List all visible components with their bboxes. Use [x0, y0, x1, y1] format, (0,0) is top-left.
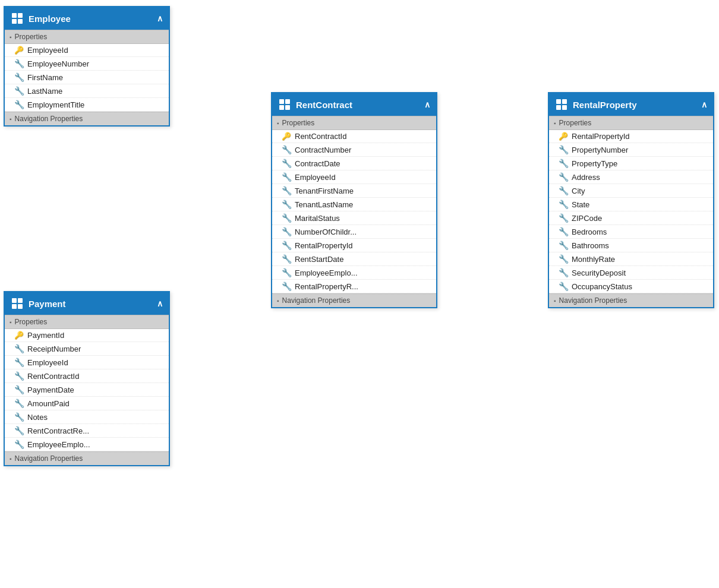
wrench-icon: 🔧	[559, 254, 568, 264]
property-name: State	[572, 200, 589, 209]
section-collapse-icon: ▪	[10, 116, 12, 122]
property-row: 🔧 Bedrooms	[549, 225, 713, 239]
property-row: 🔧 EmployeeId	[5, 356, 169, 369]
property-row: 🔧 EmployeeEmplo...	[5, 438, 169, 451]
entity-card-payment: Payment ∧ ▪Properties 🔑 PaymentId 🔧 Rece…	[4, 291, 170, 466]
wrench-icon: 🔧	[282, 213, 291, 223]
property-row: 🔧 RentStartDate	[272, 252, 436, 266]
properties-section-header: ▪Properties	[549, 116, 713, 130]
property-name: RentContractId	[295, 132, 346, 141]
wrench-icon: 🔧	[282, 145, 291, 154]
entity-card-rentcontract: RentContract ∧ ▪Properties 🔑 RentContrac…	[271, 92, 437, 308]
property-row: 🔧 EmployeeNumber	[5, 57, 169, 71]
property-name: MonthlyRate	[572, 255, 615, 264]
wrench-icon: 🔧	[282, 186, 291, 195]
property-row: 🔑 EmployeeId	[5, 44, 169, 57]
entity-table-icon	[278, 98, 291, 111]
property-row: 🔧 EmployeeId	[272, 170, 436, 184]
property-name: RentalPropertyId	[295, 241, 353, 250]
property-row: 🔧 State	[549, 198, 713, 211]
property-row: 🔧 RentalPropertyR...	[272, 280, 436, 293]
section-collapse-icon: ▪	[10, 34, 12, 40]
section-collapse-icon: ▪	[554, 120, 556, 127]
svg-rect-3	[18, 19, 23, 24]
svg-rect-7	[18, 304, 23, 309]
property-name: Bedrooms	[572, 227, 607, 236]
property-row: 🔧 Notes	[5, 410, 169, 424]
property-name: PropertyNumber	[572, 146, 628, 154]
wrench-icon: 🔧	[14, 344, 24, 353]
property-name: EmployeeNumber	[27, 59, 89, 68]
property-name: SecurityDeposit	[572, 268, 626, 277]
property-row: 🔧 ReceiptNumber	[5, 342, 169, 356]
svg-rect-2	[12, 19, 17, 24]
entity-header-payment[interactable]: Payment ∧	[5, 292, 169, 315]
property-name: MaritalStatus	[295, 214, 340, 223]
property-name: OccupancyStatus	[572, 282, 632, 291]
navigation-properties-footer: ▪Navigation Properties	[5, 112, 169, 125]
wrench-icon: 🔧	[282, 172, 291, 182]
entity-title: RentalProperty	[573, 100, 637, 110]
property-row: 🔧 EmploymentTitle	[5, 98, 169, 112]
property-row: 🔧 EmployeeEmplo...	[272, 266, 436, 280]
svg-rect-1	[18, 13, 23, 18]
property-name: EmployeeId	[27, 46, 68, 55]
chevron-up-icon[interactable]: ∧	[157, 299, 163, 308]
wrench-icon: 🔧	[559, 186, 568, 195]
property-row: 🔧 ZIPCode	[549, 211, 713, 225]
property-name: RentStartDate	[295, 255, 343, 264]
property-row: 🔧 RentalPropertyId	[272, 239, 436, 252]
wrench-icon: 🔧	[282, 200, 291, 209]
svg-rect-6	[12, 304, 17, 309]
property-row: 🔑 RentContractId	[272, 130, 436, 143]
property-row: 🔑 PaymentId	[5, 329, 169, 342]
property-name: RentalPropertyR...	[295, 282, 358, 291]
property-name: City	[572, 186, 585, 195]
svg-rect-9	[285, 99, 290, 104]
wrench-icon: 🔧	[282, 241, 291, 250]
property-name: EmployeeId	[295, 173, 336, 182]
entity-title: RentContract	[296, 100, 352, 110]
property-row: 🔧 ContractDate	[272, 157, 436, 170]
key-wrench-icon: 🔑	[559, 132, 568, 141]
wrench-icon: 🔧	[14, 385, 24, 394]
chevron-up-icon[interactable]: ∧	[157, 14, 163, 23]
wrench-icon: 🔧	[559, 159, 568, 168]
wrench-icon: 🔧	[559, 172, 568, 182]
property-name: TenantFirstName	[295, 186, 354, 195]
entity-header-rentalproperty[interactable]: RentalProperty ∧	[549, 93, 713, 116]
property-name: RentContractId	[27, 372, 79, 381]
property-name: LastName	[27, 87, 62, 96]
property-row: 🔧 MonthlyRate	[549, 252, 713, 266]
svg-rect-0	[12, 13, 17, 18]
property-row: 🔧 ContractNumber	[272, 143, 436, 157]
property-row: 🔧 City	[549, 184, 713, 198]
entity-header-rentcontract[interactable]: RentContract ∧	[272, 93, 436, 116]
key-wrench-icon: 🔑	[14, 46, 24, 55]
entity-table-icon	[11, 297, 24, 310]
wrench-icon: 🔧	[282, 282, 291, 291]
property-row: 🔧 TenantLastName	[272, 198, 436, 211]
wrench-icon: 🔧	[14, 426, 24, 435]
chevron-up-icon[interactable]: ∧	[424, 100, 430, 109]
property-row: 🔧 LastName	[5, 84, 169, 98]
nav-properties-label: Navigation Properties	[15, 115, 83, 123]
wrench-icon: 🔧	[14, 59, 24, 68]
property-name: ContractNumber	[295, 146, 351, 154]
chevron-up-icon[interactable]: ∧	[701, 100, 707, 109]
svg-rect-5	[18, 298, 23, 303]
svg-rect-4	[12, 298, 17, 303]
property-name: ZIPCode	[572, 214, 602, 223]
wrench-icon: 🔧	[559, 282, 568, 291]
entity-title: Employee	[29, 14, 71, 24]
property-row: 🔧 RentContractRe...	[5, 424, 169, 438]
wrench-icon: 🔧	[14, 371, 24, 381]
property-name: Bathrooms	[572, 241, 609, 250]
diagram-canvas: Employee ∧ ▪Properties 🔑 EmployeeId 🔧 Em…	[0, 0, 719, 588]
key-wrench-icon: 🔑	[14, 331, 24, 340]
entity-header-employee[interactable]: Employee ∧	[5, 7, 169, 30]
property-name: RentContractRe...	[27, 426, 89, 435]
property-row: 🔧 AmountPaid	[5, 397, 169, 410]
property-name: EmploymentTitle	[27, 100, 84, 109]
section-collapse-icon: ▪	[277, 120, 279, 127]
